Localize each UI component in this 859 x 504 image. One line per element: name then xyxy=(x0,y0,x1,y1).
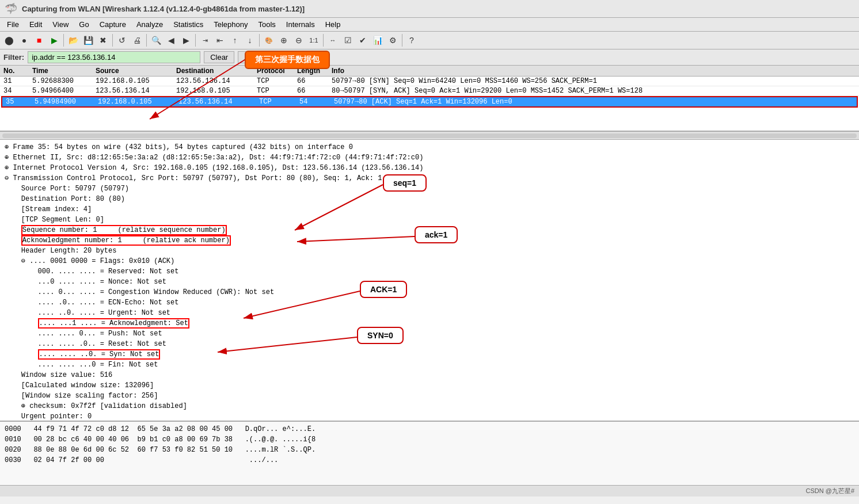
status-credit: CSDN @九芒星# xyxy=(805,487,854,495)
toolbar-close[interactable]: ✖ xyxy=(96,33,110,47)
toolbar-back[interactable]: ◀ xyxy=(164,33,178,47)
packet-list-header: No. Time Source Destination Protocol Len… xyxy=(0,66,859,77)
hex-line: 0010 00 28 bc c6 40 00 40 06 b9 b1 c0 a8… xyxy=(5,434,854,445)
status-bar: CSDN @九芒星# xyxy=(0,485,859,497)
toolbar-prev[interactable]: ↑ xyxy=(228,33,242,47)
detail-line: Sequence number: 1 (relative sequence nu… xyxy=(5,225,854,235)
app-title: Capturing from WLAN [Wireshark 1.12.4 (v… xyxy=(22,5,305,13)
detail-line: [Window size scaling factor: 256] xyxy=(5,391,854,401)
hex-line: 0000 44 f9 71 4f 72 c0 d8 12 65 5e 3a a2… xyxy=(5,424,854,434)
menu-statistics[interactable]: Statistics xyxy=(169,19,208,30)
detail-line[interactable]: ⊕ Frame 35: 54 bytes on wire (432 bits),… xyxy=(5,142,854,152)
col-header-len: Length xyxy=(294,67,328,75)
packet-list: No. Time Source Destination Protocol Len… xyxy=(0,66,859,132)
menu-analyze[interactable]: Analyze xyxy=(132,19,168,30)
col-header-no: No. xyxy=(0,67,29,75)
toolbar-zoom-out[interactable]: ⊖ xyxy=(292,33,306,47)
toolbar-sep1 xyxy=(63,34,64,47)
detail-line: Urgent pointer: 0 xyxy=(5,411,854,422)
packet-list-scrollbar[interactable] xyxy=(0,132,859,140)
col-header-time: Time xyxy=(29,67,92,75)
toolbar-resize[interactable]: ↔ xyxy=(326,33,340,47)
menu-internals[interactable]: Internals xyxy=(282,19,320,30)
detail-line: .... .0.. .... = ECN-Echo: Not set xyxy=(5,297,854,308)
filter-clear-button[interactable]: Clear xyxy=(204,51,234,63)
toolbar-save[interactable]: 💾 xyxy=(81,33,95,47)
packet-time: 5.94966400 xyxy=(29,87,92,95)
menu-help[interactable]: Help xyxy=(321,19,345,30)
toolbar-stop-red[interactable]: ■ xyxy=(32,33,46,47)
detail-line[interactable]: ⊖ .... 0001 0000 = Flags: 0x010 (ACK) xyxy=(5,256,854,266)
hex-line: 0020 88 0e 88 0e 6d 00 6c 52 60 f7 53 f0… xyxy=(5,445,854,455)
packet-proto: TCP xyxy=(256,98,296,106)
toolbar-next[interactable]: ↓ xyxy=(243,33,257,47)
toolbar-zoom-in[interactable]: ⊕ xyxy=(277,33,291,47)
detail-lines-container: ⊕ Frame 35: 54 bytes on wire (432 bits),… xyxy=(5,142,854,422)
menu-edit[interactable]: Edit xyxy=(25,19,47,30)
detail-line[interactable]: ⊖ Transmission Control Protocol, Src Por… xyxy=(5,173,854,184)
toolbar-sep3 xyxy=(146,34,147,47)
filter-save-button[interactable]: Save xyxy=(273,51,303,63)
toolbar-sep5 xyxy=(259,34,260,47)
packet-time: 5.94984900 xyxy=(31,98,94,106)
toolbar-start[interactable]: ● xyxy=(17,33,31,47)
menu-capture[interactable]: Capture xyxy=(95,19,131,30)
detail-line[interactable]: ⊕ Ethernet II, Src: d8:12:65:5e:3a:a2 (d… xyxy=(5,152,854,163)
menu-telephony[interactable]: Telephony xyxy=(209,19,252,30)
toolbar-checkmark[interactable]: ✔ xyxy=(356,33,370,47)
toolbar-sep6 xyxy=(323,34,324,47)
toolbar-reload[interactable]: ↺ xyxy=(115,33,129,47)
toolbar-print[interactable]: 🖨 xyxy=(130,33,144,47)
menu-tools[interactable]: Tools xyxy=(253,19,280,30)
toolbar-restart[interactable]: ▶ xyxy=(47,33,61,47)
title-bar: 🦈 Capturing from WLAN [Wireshark 1.12.4 … xyxy=(0,0,859,18)
menu-file[interactable]: File xyxy=(2,19,24,30)
toolbar-find[interactable]: 🔍 xyxy=(149,33,163,47)
toolbar-interfaces[interactable]: ⬤ xyxy=(2,33,16,47)
detail-line: [TCP Segment Len: 0] xyxy=(5,215,854,225)
menu-go[interactable]: Go xyxy=(74,19,93,30)
toolbar-forward[interactable]: ▶ xyxy=(179,33,193,47)
detail-line: .... .... .0.. = Reset: Not set xyxy=(5,339,854,349)
toolbar-zoom-normal[interactable]: 1:1 xyxy=(307,33,321,47)
detail-line: .... .... ...0 = Fin: Not set xyxy=(5,360,854,370)
toolbar-check[interactable]: ☑ xyxy=(341,33,355,47)
col-header-info: Info xyxy=(328,67,859,75)
toolbar-open[interactable]: 📂 xyxy=(66,33,80,47)
toolbar: ⬤ ● ■ ▶ 📂 💾 ✖ ↺ 🖨 🔍 ◀ ▶ ⇥ ⇤ ↑ ↓ 🎨 ⊕ ⊖ 1:… xyxy=(0,32,859,49)
packet-row[interactable]: 34 5.94966400 123.56.136.14 192.168.0.10… xyxy=(0,86,859,96)
detail-line: Source Port: 50797 (50797) xyxy=(5,184,854,194)
detail-pane: ⊕ Frame 35: 54 bytes on wire (432 bits),… xyxy=(0,140,859,422)
menu-view[interactable]: View xyxy=(48,19,73,30)
detail-line: Window size value: 516 xyxy=(5,370,854,380)
packet-src: 192.168.0.105 xyxy=(94,98,175,106)
toolbar-go-packet[interactable]: ⇥ xyxy=(198,33,212,47)
toolbar-colorize[interactable]: 🎨 xyxy=(262,33,276,47)
packet-row[interactable]: 31 5.92688300 192.168.0.105 123.56.136.1… xyxy=(0,77,859,86)
detail-line: .... ...1 .... = Acknowledgment: Set xyxy=(5,318,854,329)
packet-time: 5.92688300 xyxy=(29,77,92,85)
filter-input[interactable] xyxy=(28,51,200,63)
packet-row[interactable]: 35 5.94984900 192.168.0.105 123.56.136.1… xyxy=(1,96,858,108)
filter-apply-button[interactable]: Apply xyxy=(238,51,269,63)
packet-len: 66 xyxy=(294,77,328,85)
packet-src: 123.56.136.14 xyxy=(92,87,173,95)
packet-rows-container: 31 5.92688300 192.168.0.105 123.56.136.1… xyxy=(0,77,859,108)
detail-line: Acknowledgment number: 1 (relative ack n… xyxy=(5,235,854,246)
toolbar-settings[interactable]: ⚙ xyxy=(386,33,400,47)
toolbar-sep2 xyxy=(112,34,113,47)
toolbar-help[interactable]: ? xyxy=(405,33,419,47)
detail-line: [Stream index: 4] xyxy=(5,204,854,215)
toolbar-graph[interactable]: 📊 xyxy=(371,33,385,47)
packet-proto: TCP xyxy=(253,77,294,85)
toolbar-first[interactable]: ⇤ xyxy=(213,33,227,47)
menu-bar: File Edit View Go Capture Analyze Statis… xyxy=(0,18,859,32)
detail-line: ...0 .... .... = Nonce: Not set xyxy=(5,277,854,287)
detail-line: .... .... 0... = Push: Not set xyxy=(5,329,854,339)
packet-dst: 123.56.136.14 xyxy=(173,77,253,85)
packet-src: 192.168.0.105 xyxy=(92,77,173,85)
hex-line: 0030 02 04 7f 2f 00 00 .../... xyxy=(5,455,854,465)
detail-line: [Calculated window size: 132096] xyxy=(5,380,854,391)
packet-info: 50797→80 [ACK] Seq=1 Ack=1 Win=132096 Le… xyxy=(330,98,857,106)
detail-line[interactable]: ⊕ Internet Protocol Version 4, Src: 192.… xyxy=(5,163,854,173)
